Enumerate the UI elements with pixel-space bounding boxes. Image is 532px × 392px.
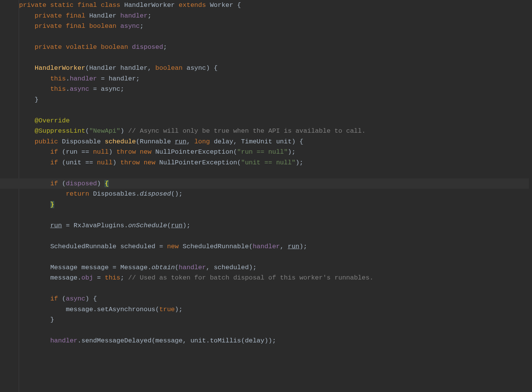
token-kw: private static final class xyxy=(19,2,124,9)
token-classname: Worker { xyxy=(210,2,241,9)
token-punct: ) xyxy=(288,148,292,156)
token-ident: TimeUnit unit) { xyxy=(241,138,303,145)
code-line[interactable]: } xyxy=(19,315,529,325)
code-line[interactable] xyxy=(19,53,529,63)
code-line[interactable] xyxy=(19,105,529,116)
code-line[interactable]: this.async = async; xyxy=(19,84,529,95)
token-match-brace: } xyxy=(50,201,54,208)
token-kw: long xyxy=(194,138,214,145)
token-punct: ( xyxy=(175,264,179,271)
token-punct: ; xyxy=(187,222,190,229)
token-punct: , xyxy=(148,64,155,72)
token-method: HandlerWorker xyxy=(35,64,85,72)
indent xyxy=(19,75,50,82)
token-punct: ) xyxy=(120,127,128,135)
token-kw: this xyxy=(50,75,66,82)
token-field: obj xyxy=(81,274,93,281)
code-line[interactable]: } xyxy=(19,199,529,210)
token-ident: .sendMessageDelayed(message xyxy=(77,337,182,344)
code-line[interactable] xyxy=(19,32,529,42)
token-kw: new xyxy=(167,243,183,250)
code-line[interactable] xyxy=(19,231,529,241)
token-ident: ScheduledRunnable( xyxy=(183,243,253,250)
token-kw: private final boolean xyxy=(35,22,120,30)
token-punct: . xyxy=(66,85,69,93)
code-line[interactable]: HandlerWorker(Handler handler, boolean a… xyxy=(19,63,529,74)
token-punct: ; xyxy=(120,85,124,93)
code-line[interactable]: handler.sendMessageDelayed(message, unit… xyxy=(19,336,529,346)
indent xyxy=(19,148,50,156)
token-string: "NewApi" xyxy=(89,127,121,135)
code-line[interactable]: @Override xyxy=(19,116,529,126)
code-line[interactable]: run = RxJavaPlugins.onSchedule(run); xyxy=(19,220,529,231)
token-punct: ; xyxy=(136,75,140,82)
token-ident: = handler xyxy=(97,75,136,82)
code-line[interactable]: if (run == null) throw new NullPointerEx… xyxy=(19,147,529,157)
token-punct: ) xyxy=(175,306,179,313)
indent xyxy=(19,180,50,187)
token-punct: } xyxy=(35,96,39,103)
token-punct: , xyxy=(183,337,190,344)
token-punct: ; xyxy=(179,190,182,198)
code-line[interactable]: message.setAsynchronous(true); xyxy=(19,304,529,315)
code-line[interactable] xyxy=(19,283,529,294)
code-line[interactable]: if (disposed) { xyxy=(0,178,529,189)
indent xyxy=(19,138,35,145)
editor-gutter xyxy=(0,0,19,392)
code-line[interactable] xyxy=(19,346,529,357)
indent xyxy=(19,316,50,323)
code-line[interactable]: public Disposable schedule(Runnable run,… xyxy=(19,137,529,147)
token-kw: if xyxy=(50,148,62,156)
token-punct: ( xyxy=(62,180,66,187)
code-line[interactable]: if (async) { xyxy=(19,294,529,304)
token-ident: (unit == xyxy=(62,159,97,166)
code-line[interactable]: message.obj = this; // Used as token for… xyxy=(19,273,529,283)
token-ident: Message message = Message. xyxy=(50,264,152,271)
code-line[interactable]: return Disposables.disposed(); xyxy=(19,189,529,199)
indent xyxy=(19,243,50,250)
token-punct: ; xyxy=(163,43,167,51)
token-kw: null xyxy=(93,148,109,156)
code-line[interactable]: ScheduledRunnable scheduled = new Schedu… xyxy=(19,241,529,252)
token-punct: ) xyxy=(97,180,105,187)
token-cursor-brace: { xyxy=(105,180,108,187)
code-line[interactable]: private final Handler handler; xyxy=(19,11,529,21)
indent xyxy=(19,96,35,103)
token-param-underline: run xyxy=(50,222,62,229)
token-kw: if xyxy=(50,159,62,166)
token-punct: = xyxy=(93,274,105,281)
token-ident: (Runnable xyxy=(136,138,175,145)
token-param-underline: run xyxy=(171,222,183,229)
code-line[interactable]: private final boolean async; xyxy=(19,21,529,32)
token-ident: (run == xyxy=(62,148,93,156)
code-line[interactable]: Message message = Message.obtain(handler… xyxy=(19,262,529,273)
token-punct: , xyxy=(233,138,241,145)
token-kw: throw new xyxy=(120,159,159,166)
token-punct: ; xyxy=(303,243,307,250)
token-method: schedule xyxy=(105,138,136,145)
code-line[interactable] xyxy=(19,210,529,220)
code-line[interactable]: private volatile boolean disposed; xyxy=(19,42,529,53)
token-classname: HandlerWorker xyxy=(124,2,179,9)
token-ident: message. xyxy=(50,274,82,281)
indent xyxy=(19,22,35,30)
code-line[interactable]: private static final class HandlerWorker… xyxy=(19,0,529,11)
code-line[interactable] xyxy=(19,252,529,262)
token-field: handler xyxy=(253,243,280,250)
code-line[interactable]: this.handler = handler; xyxy=(19,74,529,84)
code-line[interactable]: @SuppressLint("NewApi") // Async will on… xyxy=(19,126,529,137)
code-line[interactable] xyxy=(19,325,529,336)
token-punct: ( xyxy=(62,295,66,302)
code-line[interactable] xyxy=(19,168,529,178)
token-anno: @SuppressLint xyxy=(35,127,85,135)
token-punct: ) xyxy=(183,222,187,229)
code-line[interactable]: } xyxy=(19,95,529,105)
indent xyxy=(19,64,35,72)
token-kw: true xyxy=(159,306,175,313)
indent xyxy=(19,43,35,51)
code-line[interactable]: if (unit == null) throw new NullPointerE… xyxy=(19,157,529,168)
code-editor[interactable]: private static final class HandlerWorker… xyxy=(19,0,532,357)
token-kw: this xyxy=(105,274,120,281)
token-kw: if xyxy=(50,180,62,187)
token-kw: return xyxy=(66,190,93,198)
